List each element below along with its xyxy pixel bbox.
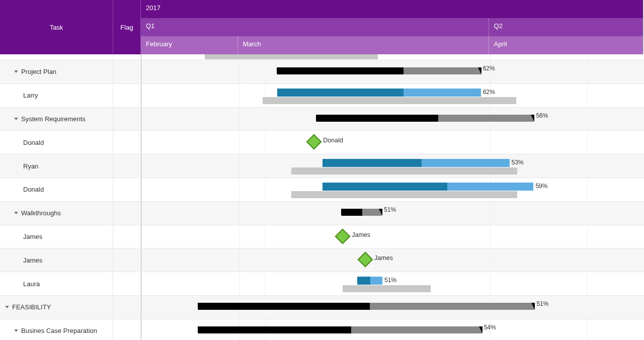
task-cell[interactable]: Project Plan [0, 60, 113, 83]
expand-icon[interactable] [14, 212, 18, 214]
flag-cell[interactable] [113, 178, 141, 201]
progress-fill [277, 89, 404, 97]
task-cell[interactable]: FEASIBILITY [0, 296, 113, 319]
summary-bar[interactable] [342, 209, 382, 216]
gantt-row[interactable]: JamesJames [0, 248, 644, 272]
flag-cell[interactable] [113, 272, 141, 295]
task-bar[interactable] [357, 277, 382, 285]
expand-icon[interactable] [14, 70, 18, 73]
timeline-cell[interactable] [142, 54, 644, 60]
task-cell[interactable]: James [0, 225, 113, 248]
task-label: Larry [23, 92, 38, 99]
gantt-row[interactable]: Ryan53% [0, 154, 644, 178]
progress-fill [277, 67, 404, 74]
timeline-cell[interactable]: 51% [142, 296, 644, 319]
progress-fill [316, 115, 438, 122]
gantt-row[interactable]: Larry62% [0, 84, 644, 108]
timeline-cell[interactable]: Donald [142, 131, 644, 154]
timeline-cell[interactable]: James [142, 248, 644, 272]
flag-cell[interactable] [113, 60, 141, 83]
task-label: Laura [23, 280, 40, 288]
expand-icon[interactable] [14, 329, 18, 332]
gantt-row[interactable]: FEASIBILITY51% [0, 296, 644, 319]
flag-cell[interactable] [113, 202, 141, 225]
gantt-row[interactable]: Walkthroughs51% [0, 202, 644, 225]
gantt-row[interactable]: JamesJames [0, 225, 644, 249]
flag-cell[interactable] [113, 54, 141, 60]
gantt-row[interactable]: Project Plan62% [0, 60, 644, 84]
gantt-row[interactable] [0, 54, 644, 60]
expand-icon[interactable] [14, 118, 18, 120]
timeline-cell[interactable]: 62% [142, 84, 644, 107]
gantt-row[interactable]: Donald59% [0, 178, 644, 202]
progress-fill [198, 303, 370, 310]
flag-cell[interactable] [113, 131, 141, 154]
task-cell[interactable] [0, 54, 113, 60]
milestone-icon[interactable] [335, 228, 351, 244]
gantt-body[interactable]: Project Plan62%Larry62%System Requiremen… [0, 54, 644, 340]
task-cell[interactable]: System Requirements [0, 108, 113, 131]
timeline-cell[interactable]: 53% [142, 154, 644, 178]
summary-bar[interactable] [277, 67, 480, 74]
task-cell[interactable]: Larry [0, 84, 113, 107]
baseline-bar [343, 285, 431, 292]
task-cell[interactable]: Donald [0, 178, 113, 201]
task-bar[interactable] [277, 89, 480, 97]
flag-cell[interactable] [113, 296, 141, 319]
task-cell[interactable]: Ryan [0, 154, 113, 178]
milestone-icon[interactable] [358, 252, 373, 268]
progress-label: 62% [483, 89, 495, 96]
timeline-cell[interactable]: 54% [142, 319, 644, 340]
gantt-row[interactable]: Laura51% [0, 272, 644, 296]
progress-label: 51% [384, 277, 396, 284]
flag-cell[interactable] [113, 108, 141, 131]
timeline-cell[interactable]: 51% [142, 202, 644, 225]
timeline-cell[interactable]: 51% [142, 272, 644, 295]
timeline-cell[interactable]: James [142, 225, 644, 248]
task-label: Donald [23, 139, 44, 146]
gantt-row[interactable]: DonaldDonald [0, 131, 644, 154]
task-bar[interactable] [323, 159, 509, 167]
summary-bar[interactable] [198, 303, 535, 310]
task-cell[interactable]: James [0, 248, 113, 272]
gantt-row[interactable]: Busines Case Preparation54% [0, 319, 644, 340]
task-cell[interactable]: Donald [0, 131, 113, 154]
task-cell[interactable]: Laura [0, 272, 113, 295]
task-label: Busines Case Preparation [21, 327, 97, 334]
flag-cell[interactable] [113, 319, 141, 340]
flag-cell[interactable] [113, 154, 141, 178]
gantt-row[interactable]: System Requirements56% [0, 108, 644, 131]
summary-bar[interactable] [316, 115, 534, 122]
task-cell[interactable]: Walkthroughs [0, 202, 113, 225]
timeline-month: February [141, 36, 238, 54]
task-label: Donald [23, 186, 44, 193]
column-header-flag[interactable]: Flag [113, 0, 141, 54]
baseline-bar [291, 167, 517, 175]
flag-cell[interactable] [113, 225, 141, 248]
timeline-month: March [238, 36, 489, 54]
timeline-cell[interactable]: 56% [142, 108, 644, 131]
task-label: Project Plan [21, 68, 56, 75]
expand-icon[interactable] [5, 306, 9, 308]
baseline-bar [263, 97, 516, 104]
task-label: FEASIBILITY [12, 303, 51, 311]
summary-bar[interactable] [198, 326, 482, 333]
timeline-cell[interactable]: 62% [142, 60, 644, 83]
task-label: Walkthroughs [21, 209, 61, 217]
flag-cell[interactable] [113, 248, 141, 272]
timeline-month: April [489, 36, 643, 54]
timeline-cell[interactable]: 59% [142, 178, 644, 201]
progress-label: 51% [384, 206, 396, 213]
progress-label: 56% [536, 112, 548, 119]
column-header-task[interactable]: Task [0, 0, 113, 54]
task-cell[interactable]: Busines Case Preparation [0, 319, 113, 340]
flag-cell[interactable] [113, 84, 141, 107]
task-label: System Requirements [21, 115, 86, 123]
timeline-month-row: FebruaryMarchApril [141, 36, 643, 54]
progress-label: 59% [535, 183, 547, 190]
progress-label: 62% [483, 65, 495, 72]
milestone-icon[interactable] [306, 134, 322, 150]
task-label: Ryan [23, 162, 38, 170]
task-bar[interactable] [323, 183, 533, 191]
milestone-label: James [374, 254, 393, 262]
